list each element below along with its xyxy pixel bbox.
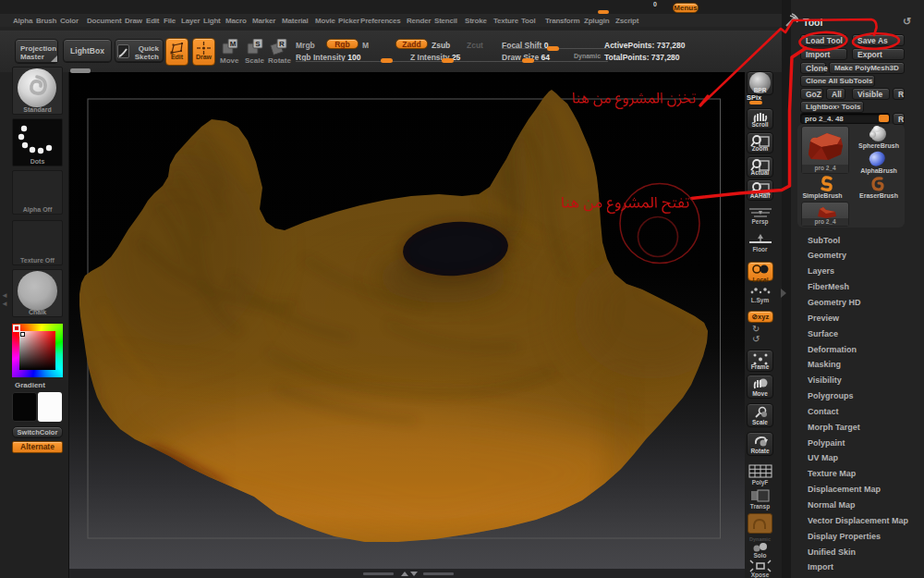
svg-text:M: M	[230, 40, 237, 48]
svg-text:R: R	[279, 40, 285, 48]
svg-text:S: S	[255, 40, 261, 48]
